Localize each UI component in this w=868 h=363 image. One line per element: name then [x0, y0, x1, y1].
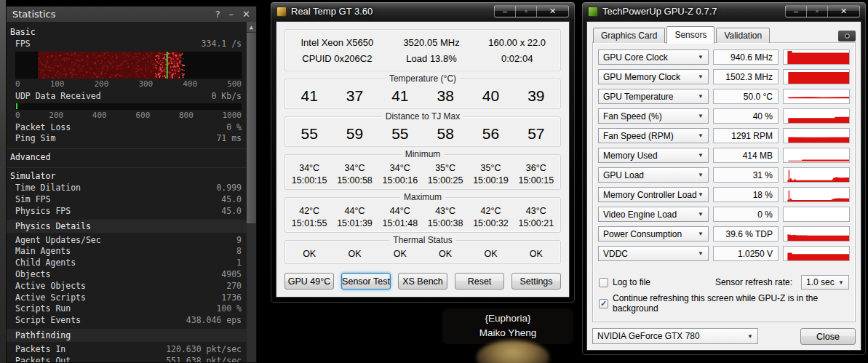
chevron-down-icon: ▼	[698, 231, 704, 237]
sensor-select-vddc[interactable]: VDDC▼	[598, 246, 709, 261]
stat-value: 1	[236, 258, 242, 269]
tab-graphics-card[interactable]: Graphics Card	[593, 28, 665, 43]
scroll-up-icon[interactable]: ▲	[247, 22, 256, 32]
stat-row: Scripts Run100 %	[7, 303, 247, 315]
stat-row: Script Events438.046 eps	[7, 315, 247, 327]
refresh-rate-label: Sensor refresh rate:	[715, 277, 792, 287]
stat-row: Child Agents1	[7, 258, 247, 269]
stat-value: 1736	[221, 292, 242, 304]
sensor-select-video-engine-load[interactable]: Video Engine Load▼	[598, 207, 709, 222]
chevron-down-icon: ▼	[698, 172, 704, 178]
sensor-graph	[783, 187, 850, 202]
refresh-rate-select[interactable]: 1.0 sec ▼	[801, 275, 849, 290]
statistics-titlebar[interactable]: Statistics ? – ✕	[7, 7, 256, 22]
realtemp-titlebar[interactable]: Real Temp GT 3.60 – ▫ ✕	[271, 2, 575, 20]
close-button[interactable]: Close	[800, 328, 856, 345]
cell-value: 42°C	[468, 206, 513, 216]
tab-validation[interactable]: Validation	[716, 28, 770, 43]
cell-value: OK	[287, 249, 332, 259]
cpu-load: Load 13.8%	[388, 53, 476, 64]
sensor-value: 50.0 °C	[713, 89, 779, 104]
close-icon[interactable]: ✕	[242, 9, 250, 20]
stat-label: Active Scripts	[15, 292, 86, 304]
screenshot-camera-icon[interactable]	[838, 31, 856, 41]
background-window-edge	[0, 0, 6, 363]
gpuz-titlebar[interactable]: TechPowerUp GPU-Z 0.7.7 – ▫ ✕	[582, 2, 866, 20]
sensor-select-fan-speed-[interactable]: Fan Speed (%)▼	[598, 108, 709, 124]
udp-row: UDP Data Received 0 Kb/s	[7, 91, 247, 103]
sensor-row: Fan Speed (RPM)▼1291 RPM	[598, 128, 850, 143]
sensor-select-memory-controller-load[interactable]: Memory Controller Load▼	[598, 187, 709, 202]
scrollbar-thumb[interactable]	[247, 33, 256, 223]
realtemp-button-gpu-49-c[interactable]: GPU 49°C	[284, 273, 334, 290]
close-icon[interactable]: ✕	[536, 5, 569, 17]
minimize-icon[interactable]: –	[229, 9, 234, 20]
section-pathfinding[interactable]: Pathfinding	[7, 329, 247, 342]
stat-row: Active Scripts1736	[7, 292, 247, 304]
help-icon[interactable]: ?	[215, 9, 220, 20]
temp-value: 41	[287, 87, 332, 105]
sensor-select-memory-used[interactable]: Memory Used▼	[598, 148, 709, 163]
sensor-select-gpu-temperature[interactable]: GPU Temperature▼	[598, 89, 709, 104]
gpuz-body: Graphics CardSensorsValidation GPU Core …	[586, 21, 861, 351]
section-simulator[interactable]: Simulator	[7, 167, 247, 183]
maximize-icon[interactable]: ▫	[806, 5, 827, 17]
minimize-icon[interactable]: –	[785, 5, 806, 17]
temp-value: 56	[468, 125, 513, 143]
cell-value: 36°C	[514, 163, 559, 173]
stat-value: 0.999	[216, 183, 242, 194]
realtemp-button-xs-bench[interactable]: XS Bench	[398, 273, 447, 290]
sensor-select-gpu-memory-clock[interactable]: GPU Memory Clock▼	[598, 69, 709, 84]
maximize-icon[interactable]: ▫	[515, 5, 536, 17]
log-to-file-checkbox[interactable]	[599, 278, 608, 287]
cpu-id: CPUID 0x206C2	[287, 53, 388, 64]
cell-value: 15:00:21	[514, 218, 559, 228]
udp-value: 0 Kb/s	[211, 91, 242, 103]
realtemp-button-reset[interactable]: Reset	[455, 273, 504, 290]
realtemp-button-settings[interactable]: Settings	[511, 273, 561, 290]
stat-value: 551.638 pkt/sec	[166, 356, 242, 362]
section-basic[interactable]: Basic	[7, 25, 247, 39]
fps-graph	[15, 52, 242, 79]
sensor-row: Memory Controller Load▼18 %	[598, 187, 850, 202]
stat-row: Physics FPS45.0	[7, 206, 247, 218]
sensor-select-power-consumption[interactable]: Power Consumption▼	[598, 226, 709, 242]
chevron-down-icon: ▼	[698, 73, 704, 80]
close-icon[interactable]: ✕	[827, 5, 860, 17]
chevron-down-icon: ▼	[698, 250, 704, 257]
sensor-value: 18 %	[713, 187, 779, 202]
stat-value: 71 ms	[216, 133, 242, 145]
tab-sensors[interactable]: Sensors	[666, 26, 714, 44]
cell-value: 34°C	[287, 163, 332, 173]
statistics-window-title: Statistics	[12, 9, 55, 20]
sensor-graph	[783, 49, 850, 65]
cell-value: 44°C	[378, 206, 423, 216]
avatar-group-title: {Euphoria}	[447, 311, 569, 326]
stat-value: 8	[236, 246, 242, 258]
realtemp-button-sensor-test[interactable]: Sensor Test	[341, 273, 391, 290]
sensor-graph	[783, 246, 850, 261]
sensor-graph	[783, 148, 850, 163]
section-physics-details[interactable]: Physics Details	[7, 220, 247, 233]
stat-label: Packet Loss	[15, 122, 71, 134]
gpu-select[interactable]: NVIDIA GeForce GTX 780 ▼	[592, 328, 758, 344]
chevron-down-icon: ▼	[698, 152, 704, 159]
sensor-value: 940.6 MHz	[713, 49, 779, 65]
axis-tick-label: 400	[92, 111, 107, 120]
statistics-body: Basic FPS 334.1 /s 0100200300400500 UDP …	[7, 22, 247, 362]
continue-refreshing-checkbox[interactable]: ✓	[599, 299, 608, 308]
sensor-select-gpu-core-clock[interactable]: GPU Core Clock▼	[598, 49, 709, 65]
minimize-icon[interactable]: –	[494, 5, 515, 17]
sensor-select-gpu-load[interactable]: GPU Load▼	[598, 167, 709, 183]
axis-tick-label: 100	[50, 79, 65, 89]
sensor-select-fan-speed-rpm-[interactable]: Fan Speed (RPM)▼	[598, 128, 709, 143]
fps-row: FPS 334.1 /s	[7, 39, 247, 50]
stat-row: Time Dilation0.999	[7, 183, 247, 194]
sensor-label: GPU Load	[603, 170, 644, 180]
cell-value: 15:01:48	[378, 218, 423, 228]
stat-row: Agent Updates/Sec9	[7, 235, 247, 247]
section-advanced[interactable]: Advanced	[7, 148, 247, 164]
gpuz-window: TechPowerUp GPU-Z 0.7.7 – ▫ ✕ Graphics C…	[581, 1, 867, 356]
chevron-down-icon: ▼	[698, 93, 704, 100]
scrollbar[interactable]: ▲	[247, 22, 256, 362]
